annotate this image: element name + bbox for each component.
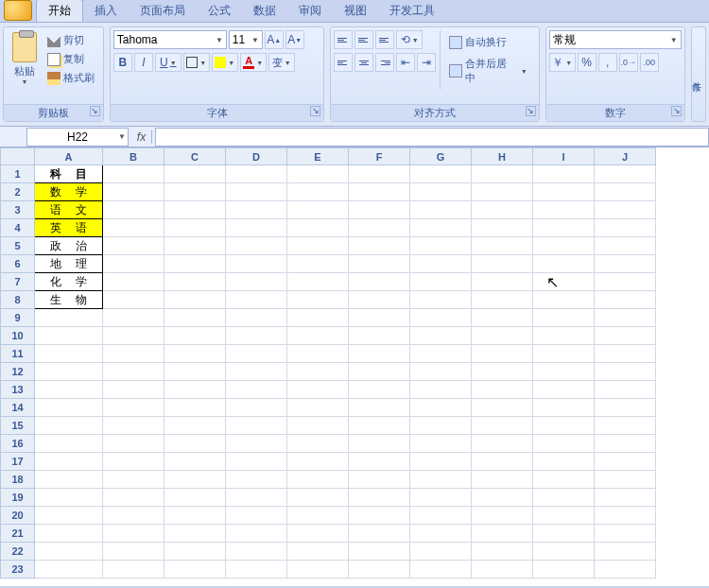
cell[interactable] xyxy=(595,381,656,399)
tab-1[interactable]: 插入 xyxy=(83,0,129,22)
cell[interactable] xyxy=(103,291,164,309)
cell[interactable] xyxy=(287,435,349,453)
cell[interactable] xyxy=(349,417,410,435)
cell[interactable] xyxy=(164,435,226,453)
cell[interactable] xyxy=(533,201,595,219)
cell[interactable] xyxy=(287,327,349,345)
cell[interactable] xyxy=(103,453,164,471)
name-box[interactable]: H22▼ xyxy=(26,128,129,147)
cell[interactable] xyxy=(164,471,226,489)
cell[interactable]: 政 治 xyxy=(35,237,103,255)
cell[interactable] xyxy=(533,183,595,201)
cell[interactable] xyxy=(35,471,103,489)
row-header[interactable]: 16 xyxy=(1,435,35,453)
cut-button[interactable]: 剪切 xyxy=(44,32,97,48)
comma-button[interactable]: , xyxy=(598,53,617,72)
align-center-button[interactable] xyxy=(354,53,373,72)
cell[interactable] xyxy=(410,327,472,345)
cell[interactable] xyxy=(287,309,349,327)
row-header[interactable]: 23 xyxy=(1,561,35,579)
cell[interactable] xyxy=(349,273,410,291)
cell[interactable] xyxy=(35,345,103,363)
row-header[interactable]: 13 xyxy=(1,381,35,399)
cell[interactable] xyxy=(164,525,226,543)
cell[interactable] xyxy=(103,417,164,435)
cell[interactable] xyxy=(349,309,410,327)
cell[interactable] xyxy=(103,237,164,255)
cell[interactable] xyxy=(410,363,472,381)
cell[interactable] xyxy=(349,183,410,201)
cell[interactable] xyxy=(287,561,349,579)
font-size-combo[interactable]: 11▼ xyxy=(229,30,263,49)
merge-center-button[interactable]: 合并后居中▼ xyxy=(446,56,529,86)
row-header[interactable]: 17 xyxy=(1,453,35,471)
cell[interactable] xyxy=(533,273,595,291)
cell[interactable] xyxy=(103,219,164,237)
cell[interactable] xyxy=(410,543,472,561)
cell[interactable] xyxy=(35,561,103,579)
dialog-launcher-icon[interactable]: ↘ xyxy=(310,106,320,116)
cell[interactable] xyxy=(226,237,287,255)
cell[interactable] xyxy=(349,345,410,363)
tab-6[interactable]: 视图 xyxy=(333,0,378,22)
cell[interactable] xyxy=(533,345,595,363)
cell[interactable] xyxy=(472,309,533,327)
cell[interactable] xyxy=(226,471,287,489)
accounting-button[interactable]: ￥▼ xyxy=(549,53,576,72)
cell[interactable] xyxy=(287,255,349,273)
cell[interactable] xyxy=(226,507,287,525)
cell[interactable] xyxy=(349,219,410,237)
tab-5[interactable]: 审阅 xyxy=(287,0,333,22)
cell[interactable] xyxy=(35,507,103,525)
cell[interactable] xyxy=(533,381,595,399)
cell[interactable] xyxy=(410,453,472,471)
row-header[interactable]: 21 xyxy=(1,525,35,543)
cell[interactable] xyxy=(349,507,410,525)
cell[interactable] xyxy=(595,237,656,255)
cell[interactable] xyxy=(472,399,533,417)
cell[interactable] xyxy=(472,219,533,237)
phonetic-button[interactable]: 变▼ xyxy=(268,53,295,72)
row-header[interactable]: 8 xyxy=(1,291,35,309)
cell[interactable] xyxy=(226,381,287,399)
cell[interactable] xyxy=(103,255,164,273)
cell[interactable] xyxy=(472,435,533,453)
cell[interactable] xyxy=(287,489,349,507)
cell[interactable] xyxy=(410,237,472,255)
cell[interactable] xyxy=(472,327,533,345)
cell[interactable] xyxy=(226,399,287,417)
cell[interactable] xyxy=(349,165,410,183)
fill-color-button[interactable]: ▼ xyxy=(212,53,238,72)
cell[interactable] xyxy=(35,543,103,561)
cell[interactable] xyxy=(287,363,349,381)
cell[interactable] xyxy=(595,453,656,471)
cell[interactable] xyxy=(410,489,472,507)
cell[interactable] xyxy=(410,381,472,399)
cell[interactable] xyxy=(533,255,595,273)
cell[interactable] xyxy=(287,273,349,291)
cell[interactable] xyxy=(226,309,287,327)
cell[interactable] xyxy=(103,165,164,183)
cell[interactable] xyxy=(349,489,410,507)
cell[interactable] xyxy=(103,183,164,201)
cell[interactable] xyxy=(164,273,226,291)
cell[interactable] xyxy=(164,363,226,381)
fx-button[interactable]: fx xyxy=(131,130,152,144)
cell[interactable] xyxy=(533,219,595,237)
cell[interactable] xyxy=(410,399,472,417)
cell[interactable] xyxy=(595,273,656,291)
orientation-button[interactable]: ⟲▼ xyxy=(396,30,423,49)
cell[interactable] xyxy=(164,399,226,417)
cell[interactable] xyxy=(103,543,164,561)
cell[interactable] xyxy=(472,273,533,291)
cell[interactable] xyxy=(595,561,656,579)
cell[interactable] xyxy=(595,201,656,219)
cell[interactable] xyxy=(349,363,410,381)
cell[interactable] xyxy=(349,327,410,345)
row-header[interactable]: 2 xyxy=(1,183,35,201)
cell[interactable] xyxy=(472,255,533,273)
cell[interactable] xyxy=(410,291,472,309)
row-header[interactable]: 11 xyxy=(1,345,35,363)
cell[interactable] xyxy=(595,219,656,237)
bold-button[interactable]: B xyxy=(113,53,132,72)
